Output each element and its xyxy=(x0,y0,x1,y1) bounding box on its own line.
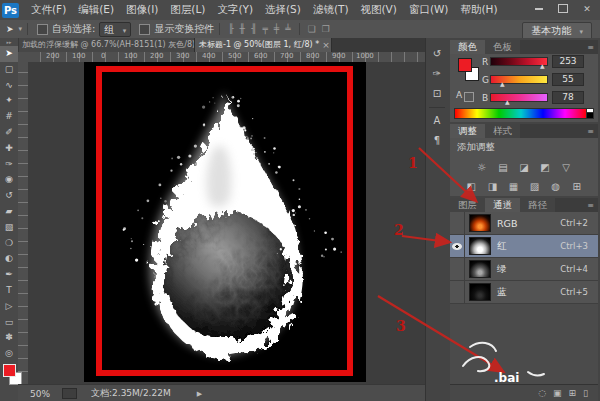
menu-item-edit[interactable]: 编辑(E) xyxy=(72,3,120,17)
maximize-button[interactable] xyxy=(554,2,572,15)
path-select-tool[interactable]: ▷ xyxy=(0,299,18,315)
blue-slider-marker[interactable]: ▲ xyxy=(505,98,510,105)
levels-icon[interactable]: ▤ xyxy=(495,162,511,173)
crop-tool[interactable]: # xyxy=(0,109,18,125)
foreground-color-swatch[interactable] xyxy=(3,364,16,377)
tab-channels[interactable]: 通道 xyxy=(485,198,520,212)
green-slider-marker[interactable]: ▲ xyxy=(500,80,505,87)
healing-brush-tool[interactable]: ✚ xyxy=(0,141,18,157)
clone-source-panel-icon[interactable]: ⊡ xyxy=(426,84,448,104)
panel-menu-icon[interactable]: ≡ xyxy=(587,127,594,136)
menu-item-image[interactable]: 图像(I) xyxy=(120,3,164,17)
pen-tool[interactable]: ✒ xyxy=(0,267,18,283)
zoom-tool[interactable]: ◎ xyxy=(0,346,18,362)
channel-row-blue[interactable]: 蓝 Ctrl+5 xyxy=(450,281,598,304)
vibrance-icon[interactable]: ▽ xyxy=(558,162,574,173)
tab-swatches[interactable]: 色板 xyxy=(485,40,520,54)
minimize-button[interactable] xyxy=(530,2,548,15)
channel-thumbnail[interactable] xyxy=(469,260,491,278)
arrange-icon-1[interactable]: ❏ xyxy=(305,24,319,34)
lasso-tool[interactable]: ∿ xyxy=(0,78,18,94)
tab-paths[interactable]: 路径 xyxy=(520,198,555,212)
spectrum-black-swatch[interactable] xyxy=(586,112,594,119)
align-bottom-icon[interactable]: ╧ xyxy=(282,24,293,34)
quick-select-tool[interactable]: ✦ xyxy=(0,93,18,109)
move-tool[interactable]: ➤ xyxy=(0,46,18,62)
menu-item-select[interactable]: 选择(S) xyxy=(259,3,307,17)
visibility-well[interactable] xyxy=(450,258,465,280)
brush-tool[interactable]: ✑ xyxy=(0,157,18,173)
blue-slider[interactable] xyxy=(490,93,548,102)
visibility-well[interactable] xyxy=(450,212,465,234)
align-center-icon[interactable]: ╫ xyxy=(237,24,248,34)
red-slider-marker[interactable]: ▲ xyxy=(540,62,545,69)
eyedropper-tool[interactable]: ✐ xyxy=(0,125,18,141)
zoom-level[interactable]: 50% xyxy=(30,389,50,399)
menu-item-help[interactable]: 帮助(H) xyxy=(454,3,503,17)
hand-tool[interactable]: ✽ xyxy=(0,330,18,346)
document-tab-active[interactable]: 未标题-1 @ 50%(图层 1, 红/8) * × xyxy=(195,38,332,52)
panel-menu-icon[interactable]: ≡ xyxy=(587,201,594,210)
channel-row-red[interactable]: 红 Ctrl+3 xyxy=(450,235,598,258)
type-tool[interactable]: T xyxy=(0,283,18,299)
paragraph-panel-icon[interactable]: ¶ xyxy=(426,131,448,151)
menu-item-view[interactable]: 视图(V) xyxy=(354,3,402,17)
tab-styles[interactable]: 样式 xyxy=(485,124,520,138)
blue-value[interactable]: 78 xyxy=(552,91,584,104)
new-channel-icon[interactable]: ⊞ xyxy=(569,388,577,398)
menu-item-window[interactable]: 窗口(W) xyxy=(403,3,455,17)
toolbar-collapse-icon[interactable]: ▸▸ xyxy=(0,38,18,46)
red-value[interactable]: 253 xyxy=(552,55,584,68)
channel-thumbnail[interactable] xyxy=(469,237,491,255)
gradient-tool[interactable]: ▧ xyxy=(0,220,18,236)
brush-panel-icon[interactable]: ✑ xyxy=(426,64,448,84)
delete-channel-icon[interactable]: ▯ xyxy=(583,388,588,398)
brightness-contrast-icon[interactable]: ☼ xyxy=(474,162,490,173)
align-middle-icon[interactable]: ╪ xyxy=(271,24,282,34)
history-panel-icon[interactable]: ↺ xyxy=(426,44,448,64)
document-tab-background[interactable]: 加载的浮保缓解 @ 66.7%(AH-8151(1) 灰色/8)* × xyxy=(18,38,195,52)
color-spectrum-bar[interactable] xyxy=(454,108,588,119)
menu-item-file[interactable]: 文件(F) xyxy=(25,3,72,17)
hue-saturation-icon[interactable]: ◧ xyxy=(463,181,479,192)
tool-preset-arrow-icon[interactable]: ▾ xyxy=(19,25,23,33)
panel-menu-icon[interactable]: ≡ xyxy=(587,43,594,52)
color-lookup-icon[interactable]: ⊞ xyxy=(569,181,585,192)
photo-filter-icon[interactable]: ▨ xyxy=(527,181,543,192)
blur-tool[interactable]: ❍ xyxy=(0,236,18,252)
load-selection-icon[interactable]: ◌ xyxy=(538,388,546,398)
channel-row-rgb[interactable]: RGB Ctrl+2 xyxy=(450,212,598,235)
tab-adjustments[interactable]: 调整 xyxy=(450,124,485,138)
black-white-icon[interactable]: ▦ xyxy=(505,181,521,192)
clone-stamp-tool[interactable]: ◉ xyxy=(0,172,18,188)
exposure-icon[interactable]: ◩ xyxy=(537,162,553,173)
align-left-icon[interactable]: ╟ xyxy=(225,24,236,34)
status-options-arrow-icon[interactable]: ▶ xyxy=(197,390,202,398)
history-brush-tool[interactable]: ↺ xyxy=(0,188,18,204)
character-panel-icon[interactable]: A xyxy=(426,111,448,131)
color-balance-icon[interactable]: ◨ xyxy=(484,181,500,192)
curves-icon[interactable]: ◪ xyxy=(516,162,532,173)
eye-icon[interactable] xyxy=(452,243,462,250)
shape-tool[interactable]: ▭ xyxy=(0,315,18,331)
marquee-tool[interactable]: ▢ xyxy=(0,62,18,78)
green-slider[interactable] xyxy=(490,75,548,84)
align-top-icon[interactable]: ╤ xyxy=(259,24,270,34)
close-tab-icon[interactable]: × xyxy=(322,38,330,52)
channel-thumbnail[interactable] xyxy=(469,283,491,301)
eraser-tool[interactable]: ▰ xyxy=(0,204,18,220)
menu-item-type[interactable]: 文字(Y) xyxy=(211,3,259,17)
auto-select-target-dropdown[interactable]: 组 ▾ xyxy=(99,22,131,37)
menu-item-layer[interactable]: 图层(L) xyxy=(164,3,211,17)
visibility-well[interactable] xyxy=(450,281,465,303)
arrange-icon-2[interactable]: ❐ xyxy=(319,24,333,34)
channel-mixer-icon[interactable]: ◍ xyxy=(548,181,564,192)
tab-color[interactable]: 颜色 xyxy=(450,40,485,54)
align-right-icon[interactable]: ╢ xyxy=(248,24,259,34)
dodge-tool[interactable]: ◐ xyxy=(0,251,18,267)
menu-item-filter[interactable]: 滤镜(T) xyxy=(307,3,355,17)
auto-select-checkbox[interactable] xyxy=(37,24,48,35)
save-as-channel-icon[interactable]: ▣ xyxy=(553,388,562,398)
panel-foreground-swatch[interactable] xyxy=(458,58,472,72)
channel-row-green[interactable]: 绿 Ctrl+4 xyxy=(450,258,598,281)
